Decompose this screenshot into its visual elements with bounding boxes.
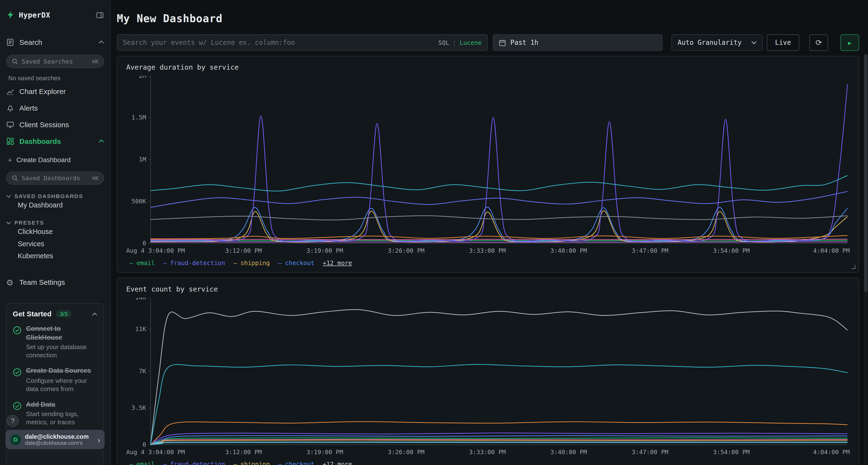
legend-label: email (136, 260, 155, 267)
step-title: Add Data (26, 400, 97, 409)
time-range-value: Past 1h (510, 39, 538, 46)
y-tick-label: 0 (143, 441, 146, 448)
legend-item-shipping[interactable]: —shipping (234, 461, 270, 465)
sidebar-item-label: Search (19, 38, 98, 46)
get-started-step-connect[interactable]: Connect to ClickHouse Set up your databa… (13, 325, 97, 360)
sidebar-item-chart-explorer[interactable]: Chart Explorer (6, 84, 104, 99)
granularity-select[interactable]: Auto Granularity (672, 34, 763, 51)
refresh-button[interactable]: ⟳ (809, 34, 828, 51)
legend-dash-icon: — (278, 461, 282, 465)
series-line-other-1[interactable] (151, 84, 847, 241)
plus-icon: + (8, 156, 12, 164)
sql-toggle[interactable]: SQL (438, 39, 450, 46)
panel-resize-handle[interactable] (851, 265, 855, 269)
chart-panel-duration: Average duration by service 0500K1M1.5M2… (117, 56, 859, 273)
y-tick-label: 0 (143, 240, 146, 247)
help-button[interactable]: ? (7, 415, 19, 427)
get-started-step-add-data[interactable]: Add Data Start sending logs, metrics, or… (13, 400, 97, 427)
chevron-down-icon (6, 221, 11, 224)
series-line-other-7[interactable] (151, 442, 847, 445)
chevron-up-icon[interactable] (92, 312, 97, 315)
series-line-other-1[interactable] (151, 309, 847, 445)
gear-icon: ⚙ (6, 278, 14, 286)
sidebar-item-team-settings[interactable]: ⚙ Team Settings (6, 274, 104, 290)
legend-item-checkout[interactable]: —checkout (278, 260, 314, 267)
play-icon: ▶ (848, 39, 851, 45)
sidebar-item-preset-services[interactable]: Services (6, 238, 104, 250)
series-line-other-4[interactable] (151, 235, 847, 239)
y-tick-label: 2M (139, 76, 146, 79)
legend-more[interactable]: +12 more (322, 461, 352, 465)
duration-chart[interactable]: 0500K1M1.5M2MAug 4 3:04:00 PM3:12:00 PM3… (126, 76, 850, 257)
y-tick-label: 7K (139, 368, 146, 375)
x-tick-label: 3:33:00 PM (469, 247, 506, 254)
series-line-shipping[interactable] (151, 211, 847, 242)
legend-item-checkout[interactable]: —checkout (278, 461, 314, 465)
x-tick-label: 3:40:00 PM (551, 247, 587, 254)
y-tick-label: 1M (139, 156, 146, 163)
create-dashboard-label: Create Dashboard (17, 156, 71, 164)
sidebar-item-my-dashboard[interactable]: My Dashboard (6, 199, 104, 211)
legend-item-email[interactable]: —email (129, 260, 155, 267)
saved-searches-search[interactable]: ⌘K (6, 55, 104, 68)
time-range-picker[interactable]: Past 1h (493, 34, 662, 51)
legend-label: shipping (240, 461, 270, 465)
language-separator: | (453, 39, 456, 46)
vertical-scrollbar-thumb[interactable] (864, 54, 868, 292)
series-line-other-6[interactable] (151, 242, 847, 242)
event-search-box[interactable]: SQL | Lucene (117, 34, 488, 51)
series-line-fraud-detection[interactable] (151, 192, 847, 207)
series-line-other-6[interactable] (151, 442, 847, 445)
sidebar-item-alerts[interactable]: Alerts (6, 100, 104, 115)
series-line-other-5[interactable] (151, 239, 847, 240)
chevron-up-icon[interactable] (99, 139, 104, 143)
step-desc: Configure where your data comes from (26, 376, 97, 393)
saved-dashboards-section-header[interactable]: SAVED DASHBOARDS (6, 193, 104, 199)
create-dashboard-button[interactable]: + Create Dashboard (6, 153, 104, 166)
sidebar-item-preset-kubernetes[interactable]: Kubernetes (6, 250, 104, 262)
legend-item-email[interactable]: —email (129, 461, 155, 465)
legend-label: shipping (240, 260, 270, 267)
series-line-other-3[interactable] (151, 215, 847, 220)
sidebar-item-preset-clickhouse[interactable]: ClickHouse (6, 226, 104, 238)
legend-dash-icon: — (129, 260, 133, 267)
saved-searches-input[interactable] (22, 58, 92, 65)
app-window: HyperDX Search ⌘K No saved searches (0, 0, 868, 465)
sidebar-item-label: Chart Explorer (19, 87, 104, 95)
x-tick-label: 3:47:00 PM (632, 449, 669, 456)
legend-item-fraud-detection[interactable]: —fraud-detection (163, 461, 225, 465)
legend-dash-icon: — (234, 461, 237, 465)
event-search-input[interactable] (123, 39, 438, 46)
legend-item-fraud-detection[interactable]: —fraud-detection (163, 260, 225, 267)
chart-svg[interactable]: 0500K1M1.5M2MAug 4 3:04:00 PM3:12:00 PM3… (126, 76, 850, 257)
user-menu[interactable]: D dale@clickhouse.com dale@clickhouse.co… (5, 430, 105, 449)
sidebar-item-search[interactable]: Search (6, 34, 104, 49)
series-line-other-4[interactable] (151, 433, 847, 445)
get-started-step-sources[interactable]: Create Data Sources Configure where your… (13, 367, 97, 393)
sidebar-item-client-sessions[interactable]: Client Sessions (6, 117, 104, 132)
get-started-header[interactable]: Get Started 3/3 (13, 310, 97, 318)
event-count-chart[interactable]: 03.5K7K11K14KAug 4 3:04:00 PM3:12:00 PM3… (126, 298, 850, 458)
chart-title: Event count by service (126, 285, 850, 293)
presets-section-header[interactable]: PRESETS (6, 220, 104, 226)
x-tick-label: Aug 4 3:04:00 PM (126, 247, 185, 254)
sidebar-collapse-icon[interactable] (96, 11, 104, 19)
vertical-scrollbar-track[interactable] (864, 53, 868, 465)
legend-dash-icon: — (234, 260, 237, 267)
chart-svg[interactable]: 03.5K7K11K14KAug 4 3:04:00 PM3:12:00 PM3… (126, 298, 850, 458)
sidebar-item-dashboards[interactable]: Dashboards (6, 133, 104, 148)
y-tick-label: 14K (135, 298, 146, 301)
legend-more[interactable]: +12 more (322, 260, 352, 267)
legend-item-shipping[interactable]: —shipping (234, 260, 270, 267)
logs-icon (6, 38, 14, 46)
run-query-button[interactable]: ▶ (840, 34, 859, 51)
saved-dashboards-input[interactable] (22, 174, 92, 182)
live-button[interactable]: Live (767, 34, 799, 51)
chevron-up-icon[interactable] (99, 40, 104, 44)
hyperdx-logo-icon (6, 10, 15, 20)
x-tick-label: Aug 4 3:04:00 PM (126, 449, 185, 456)
get-started-progress-badge: 3/3 (56, 310, 71, 318)
saved-dashboards-search[interactable]: ⌘K (6, 171, 104, 185)
lucene-toggle[interactable]: Lucene (460, 39, 482, 46)
shortcut-hint: ⌘K (92, 58, 99, 64)
